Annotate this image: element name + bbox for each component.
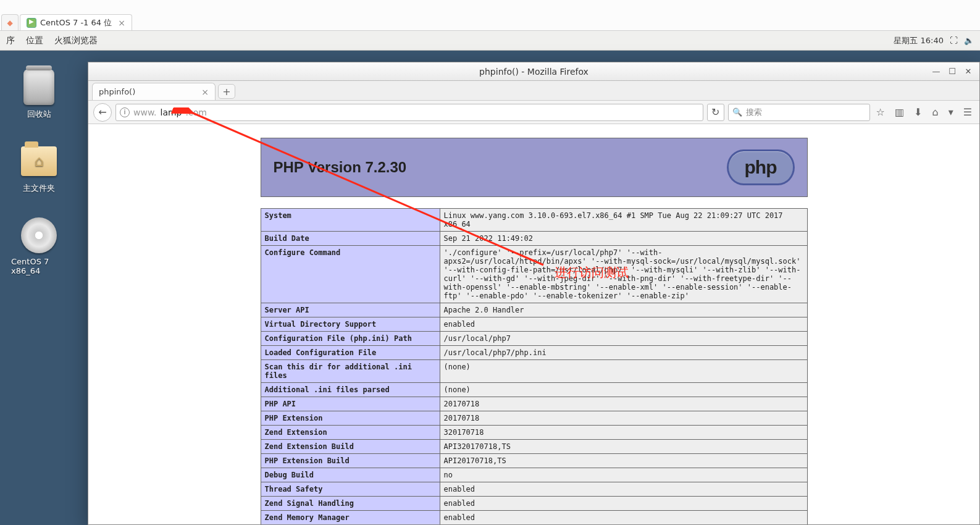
phpinfo-value: Sep 21 2022 11:49:02 [440, 232, 807, 246]
table-row: Loaded Configuration File/usr/local/php7… [261, 346, 807, 360]
trash-icon [23, 69, 54, 105]
search-bar[interactable]: 🔍 搜索 [728, 104, 870, 121]
table-row: Zend Extension320170718 [261, 426, 807, 440]
maximize-button[interactable]: ☐ [945, 65, 960, 77]
phpinfo-key: Build Date [261, 232, 440, 246]
host-tab-label: CentOS 7 -1 64 位 [40, 17, 112, 28]
desktop-icon-trash[interactable]: 回收站 [21, 69, 57, 120]
table-row: Configure Command'./configure' '--prefix… [261, 246, 807, 303]
firefox-content[interactable]: PHP Version 7.2.30 php SystemLinux www.y… [88, 124, 979, 524]
phpinfo-value: 20170718 [440, 411, 807, 426]
php-logo: php [727, 149, 795, 185]
phpinfo-value: (none) [440, 383, 807, 397]
phpinfo-value: no [440, 468, 807, 482]
url-host: lamp [161, 107, 182, 117]
desktop: 回收站 ⌂ 主文件夹 CentOS 7 x86_64 7 CSDN @Dao.z… [0, 51, 980, 525]
tab-phpinfo[interactable]: phpinfo() × [92, 83, 216, 100]
url-bar[interactable]: i www.lamp.com [115, 104, 703, 121]
sound-icon[interactable]: 🔈 [964, 36, 974, 45]
phpinfo-key: Server API [261, 303, 440, 317]
table-row: Scan this dir for additional .ini files(… [261, 360, 807, 383]
library-icon[interactable]: ▥ [895, 106, 904, 118]
table-row: Debug Buildno [261, 468, 807, 482]
table-row: Zend Signal Handlingenabled [261, 497, 807, 511]
disc-icon [21, 217, 57, 253]
url-prefix: www. [133, 107, 157, 117]
php-version-title: PHP Version 7.2.30 [274, 159, 407, 176]
gnome-menu-places[interactable]: 位置 [26, 35, 43, 46]
window-title: phpinfo() - Mozilla Firefox [479, 67, 588, 77]
host-tab-strip: ◆ CentOS 7 -1 64 位 × [0, 0, 980, 31]
site-info-icon[interactable]: i [120, 107, 130, 117]
table-row: PHP API20170718 [261, 397, 807, 411]
reload-icon: ↻ [711, 106, 719, 118]
close-icon[interactable]: × [118, 18, 125, 28]
home-icon[interactable]: ⌂ [932, 106, 938, 118]
arrow-left-icon: ← [98, 106, 106, 118]
gnome-top-bar: 序 位置 火狐浏览器 星期五 16:40 ⛶ 🔈 [0, 31, 980, 51]
close-button[interactable]: ✕ [961, 65, 976, 77]
phpinfo-key: Zend Extension [261, 426, 440, 440]
table-row: SystemLinux www.yang.com 3.10.0-693.el7.… [261, 209, 807, 232]
table-row: Zend Memory Managerenabled [261, 511, 807, 525]
hamburger-menu-icon[interactable]: ☰ [963, 106, 972, 118]
reload-button[interactable]: ↻ [707, 104, 724, 121]
desktop-label: 回收站 [27, 109, 51, 120]
vm-icon [27, 18, 36, 28]
phpinfo-key: Debug Build [261, 468, 440, 482]
folder-icon: ⌂ [21, 146, 57, 176]
gnome-menu-apps[interactable]: 序 [6, 35, 15, 46]
host-tab-home[interactable]: ◆ [1, 14, 19, 30]
search-icon: 🔍 [732, 107, 742, 117]
phpinfo-key: Configure Command [261, 246, 440, 303]
phpinfo-key: Additional .ini files parsed [261, 383, 440, 397]
phpinfo-key: System [261, 209, 440, 232]
phpinfo-key: Loaded Configuration File [261, 346, 440, 360]
downloads-icon[interactable]: ⬇ [914, 106, 922, 118]
phpinfo-value: API20170718,TS [440, 454, 807, 468]
php-logo-text: php [745, 157, 777, 178]
table-row: Server APIApache 2.0 Handler [261, 303, 807, 317]
phpinfo-value: enabled [440, 497, 807, 511]
minimize-button[interactable]: — [929, 65, 944, 77]
table-row: Build DateSep 21 2022 11:49:02 [261, 232, 807, 246]
gnome-menu-firefox[interactable]: 火狐浏览器 [54, 35, 98, 46]
table-row: Thread Safetyenabled [261, 482, 807, 497]
phpinfo-key: PHP Extension Build [261, 454, 440, 468]
phpinfo-value: './configure' '--prefix=/usr/local/php7'… [440, 246, 807, 303]
firefox-titlebar[interactable]: phpinfo() - Mozilla Firefox — ☐ ✕ [88, 62, 979, 81]
bookmark-star-icon[interactable]: ☆ [876, 106, 885, 118]
table-row: PHP Extension20170718 [261, 411, 807, 426]
phpinfo-table: SystemLinux www.yang.com 3.10.0-693.el7.… [261, 208, 808, 524]
phpinfo-key: Zend Extension Build [261, 440, 440, 454]
desktop-icon-disc[interactable]: CentOS 7 x86_64 [11, 217, 67, 275]
desktop-label: 主文件夹 [23, 183, 55, 194]
tab-label: phpinfo() [99, 87, 135, 96]
phpinfo-key: PHP Extension [261, 411, 440, 426]
phpinfo-key: Configuration File (php.ini) Path [261, 332, 440, 346]
phpinfo-value: 20170718 [440, 397, 807, 411]
gnome-clock: 星期五 16:40 [894, 35, 944, 46]
firefox-tabstrip: phpinfo() × + [88, 81, 979, 101]
phpinfo-value: Apache 2.0 Handler [440, 303, 807, 317]
table-row: PHP Extension BuildAPI20170718,TS [261, 454, 807, 468]
phpinfo-value: /usr/local/php7 [440, 332, 807, 346]
phpinfo-value: enabled [440, 511, 807, 525]
back-button[interactable]: ← [93, 103, 112, 122]
phpinfo-key: Virtual Directory Support [261, 317, 440, 332]
phpinfo-key: Zend Memory Manager [261, 511, 440, 525]
search-placeholder: 搜索 [746, 107, 762, 118]
host-tab-vm[interactable]: CentOS 7 -1 64 位 × [20, 14, 132, 30]
phpinfo-value: enabled [440, 482, 807, 497]
newtab-button[interactable]: + [218, 84, 235, 99]
phpinfo-value: Linux www.yang.com 3.10.0-693.el7.x86_64… [440, 209, 807, 232]
close-icon[interactable]: × [201, 87, 209, 97]
pocket-icon[interactable]: ▾ [949, 106, 953, 118]
desktop-icon-home[interactable]: ⌂ 主文件夹 [21, 143, 57, 194]
firefox-window: phpinfo() - Mozilla Firefox — ☐ ✕ phpinf… [88, 62, 980, 525]
table-row: Virtual Directory Supportenabled [261, 317, 807, 332]
network-icon[interactable]: ⛶ [950, 36, 958, 45]
plus-icon: + [222, 86, 230, 98]
phpinfo-value: 320170718 [440, 426, 807, 440]
phpinfo-key: PHP API [261, 397, 440, 411]
